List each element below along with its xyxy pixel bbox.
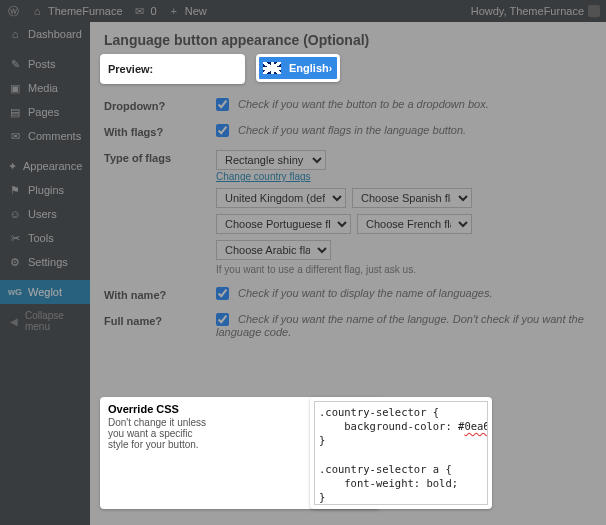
- sidebar-item-tools[interactable]: ✂Tools: [0, 226, 90, 250]
- sidebar-item-posts[interactable]: ✎Posts: [0, 52, 90, 76]
- sidebar-item-label: Pages: [28, 106, 59, 118]
- dropdown-label: Dropdown?: [104, 98, 216, 112]
- weglot-icon: wG: [8, 285, 22, 299]
- sidebar-item-comments[interactable]: ✉Comments: [0, 124, 90, 148]
- wp-logo[interactable]: ⓦ: [6, 4, 20, 18]
- sidebar-item-label: Posts: [28, 58, 56, 70]
- type-of-flags-label: Type of flags: [104, 150, 216, 164]
- sidebar-item-plugins[interactable]: ⚑Plugins: [0, 178, 90, 202]
- howdy-account[interactable]: Howdy, ThemeFurnace: [471, 5, 600, 17]
- with-name-checkbox[interactable]: [216, 287, 229, 300]
- preview-label-box: Preview:: [100, 54, 245, 84]
- with-flags-checkbox[interactable]: [216, 124, 229, 137]
- admin-sidebar: ⌂Dashboard ✎Posts ▣Media ▤Pages ✉Comment…: [0, 22, 90, 525]
- with-name-row: With name? Check if you want to display …: [104, 281, 592, 307]
- with-name-desc: Check if you want to display the name of…: [238, 287, 492, 299]
- new-label: New: [185, 5, 207, 17]
- comment-icon: ✉: [133, 4, 147, 18]
- appearance-icon: ✦: [8, 159, 17, 173]
- sidebar-item-label: Weglot: [28, 286, 62, 298]
- sidebar-item-label: Plugins: [28, 184, 64, 196]
- preview-label: Preview:: [108, 63, 153, 75]
- dropdown-checkbox[interactable]: [216, 98, 229, 111]
- sidebar-item-users[interactable]: ☺Users: [0, 202, 90, 226]
- flag-select-spanish[interactable]: Choose Spanish flag:: [352, 188, 472, 208]
- flag-select-uk[interactable]: United Kingdom (default): [216, 188, 346, 208]
- page-title: Language button appearance (Optional): [104, 32, 592, 48]
- sidebar-item-label: Tools: [28, 232, 54, 244]
- with-flags-row: With flags? Check if you want flags in t…: [104, 118, 592, 144]
- chevron-right-icon: ›: [329, 63, 332, 74]
- flag-select-french[interactable]: Choose French flag:: [357, 214, 472, 234]
- flag-select-portuguese[interactable]: Choose Portuguese flag:: [216, 214, 351, 234]
- collapse-label: Collapse menu: [25, 310, 82, 332]
- override-css-editor-box: .country-selector { background-color: #0…: [310, 397, 492, 509]
- admin-bar: ⓦ ⌂ThemeFurnace ✉0 +New Howdy, ThemeFurn…: [0, 0, 606, 22]
- plugins-icon: ⚑: [8, 183, 22, 197]
- media-icon: ▣: [8, 81, 22, 95]
- sidebar-item-weglot[interactable]: wGWeglot: [0, 280, 90, 304]
- sidebar-item-pages[interactable]: ▤Pages: [0, 100, 90, 124]
- with-flags-label: With flags?: [104, 124, 216, 138]
- sidebar-item-appearance[interactable]: ✦Appearance: [0, 154, 90, 178]
- full-name-label: Full name?: [104, 313, 216, 327]
- full-name-desc: Check if you want the name of the langug…: [216, 313, 584, 338]
- plus-icon: +: [167, 4, 181, 18]
- collapse-menu[interactable]: ◀Collapse menu: [0, 304, 90, 338]
- with-name-label: With name?: [104, 287, 216, 301]
- home-icon: ⌂: [30, 4, 44, 18]
- with-flags-desc: Check if you want flags in the language …: [238, 124, 466, 136]
- language-button[interactable]: English ›: [256, 54, 340, 82]
- site-name: ThemeFurnace: [48, 5, 123, 17]
- sidebar-item-label: Users: [28, 208, 57, 220]
- flag-select-arabic[interactable]: Choose Arabic flag:: [216, 240, 331, 260]
- flag-hint: If you want to use a different flag, jus…: [216, 264, 592, 275]
- type-of-flags-row: Type of flags Rectangle shiny Change cou…: [104, 144, 592, 281]
- comments-bubble[interactable]: ✉0: [133, 4, 157, 18]
- sidebar-item-dashboard[interactable]: ⌂Dashboard: [0, 22, 90, 46]
- dropdown-desc: Check if you want the button to be a dro…: [238, 98, 489, 110]
- pages-icon: ▤: [8, 105, 22, 119]
- settings-icon: ⚙: [8, 255, 22, 269]
- collapse-icon: ◀: [8, 314, 20, 328]
- sidebar-item-label: Appearance: [23, 160, 82, 172]
- flag-uk-icon: [263, 62, 281, 74]
- dropdown-row: Dropdown? Check if you want the button t…: [104, 92, 592, 118]
- sidebar-item-label: Media: [28, 82, 58, 94]
- howdy-text: Howdy, ThemeFurnace: [471, 5, 584, 17]
- full-name-checkbox[interactable]: [216, 313, 229, 326]
- comments-count: 0: [151, 5, 157, 17]
- new-content[interactable]: +New: [167, 4, 207, 18]
- change-country-flags-link[interactable]: Change country flags: [216, 171, 311, 182]
- posts-icon: ✎: [8, 57, 22, 71]
- override-css-textarea[interactable]: .country-selector { background-color: #0…: [314, 401, 488, 505]
- avatar: [588, 5, 600, 17]
- sidebar-item-label: Settings: [28, 256, 68, 268]
- sidebar-item-label: Dashboard: [28, 28, 82, 40]
- language-button-text: English: [289, 62, 329, 74]
- comments-icon: ✉: [8, 129, 22, 143]
- users-icon: ☺: [8, 207, 22, 221]
- override-css-desc: Don't change it unless you want a specif…: [108, 417, 208, 450]
- dashboard-icon: ⌂: [8, 27, 22, 41]
- wordpress-icon: ⓦ: [6, 4, 20, 18]
- sidebar-item-settings[interactable]: ⚙Settings: [0, 250, 90, 274]
- full-name-row: Full name? Check if you want the name of…: [104, 307, 592, 344]
- sidebar-item-media[interactable]: ▣Media: [0, 76, 90, 100]
- flag-type-select[interactable]: Rectangle shiny: [216, 150, 326, 170]
- flag-select-group: United Kingdom (default) Choose Spanish …: [216, 188, 592, 260]
- tools-icon: ✂: [8, 231, 22, 245]
- site-link[interactable]: ⌂ThemeFurnace: [30, 4, 123, 18]
- sidebar-item-label: Comments: [28, 130, 81, 142]
